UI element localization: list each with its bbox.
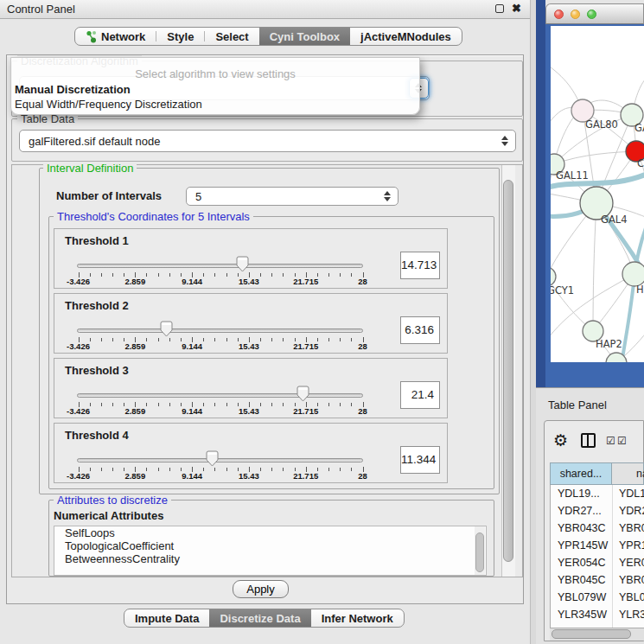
- slider-tick: [271, 338, 272, 341]
- threshold-value-field[interactable]: 21.4: [400, 381, 440, 409]
- table-row[interactable]: YBL079WYBL0: [551, 589, 644, 606]
- columns-icon[interactable]: [581, 433, 596, 448]
- tab-style[interactable]: Style: [156, 28, 204, 45]
- attributes-title: Attributes to discretize: [54, 494, 171, 507]
- tab-label: Select: [215, 30, 248, 43]
- slider-tick: [158, 468, 159, 471]
- close-icon[interactable]: ✖: [512, 3, 521, 14]
- slider-tick: [271, 273, 272, 277]
- tab-select[interactable]: Select: [205, 28, 258, 45]
- table-row[interactable]: YPR145WYPR1: [551, 537, 644, 554]
- threshold-slider-thumb[interactable]: [236, 256, 249, 272]
- tab-infer-network[interactable]: Infer Network: [311, 609, 404, 627]
- slider-tick: [340, 338, 341, 341]
- threshold-slider-track[interactable]: [77, 393, 363, 398]
- table-row[interactable]: YLR345WYLR3: [551, 606, 644, 623]
- slider-tick: [158, 338, 159, 341]
- network-edge-thick[interactable]: [622, 274, 634, 362]
- checkbox-icon[interactable]: ☑: [606, 435, 615, 447]
- slider-tick-label: 28: [346, 341, 380, 351]
- threshold-label: Threshold 1: [65, 234, 129, 247]
- table-row[interactable]: YBR045CYBR0: [551, 571, 644, 589]
- table-data-combobox[interactable]: galFiltered.sif default node: [19, 130, 516, 152]
- table-cell: YPR145W: [558, 537, 608, 554]
- tab-label: Discretize Data: [220, 612, 300, 625]
- network-node[interactable]: [622, 262, 644, 286]
- apply-button[interactable]: Apply: [233, 580, 289, 598]
- numerical-attributes-list[interactable]: SelfLoopsTopologicalCoefficientBetweenne…: [54, 526, 487, 576]
- threshold-slider-track[interactable]: [77, 458, 363, 462]
- threshold-value-field[interactable]: 6.316: [400, 316, 440, 344]
- slider-tick-label: 28: [346, 406, 380, 416]
- table-cell: YBL079W: [558, 589, 606, 606]
- tab-discretize-data[interactable]: Discretize Data: [209, 609, 310, 627]
- tab-network[interactable]: Network: [75, 28, 156, 45]
- threshold-value-field[interactable]: 14.713: [400, 252, 440, 279]
- control-panel-tabs: NetworkStyleSelectCyni ToolboxjActiveMNo…: [74, 27, 462, 46]
- table-cell: YPR1: [619, 537, 644, 554]
- threshold-row: Threshold 3-3.4262.8599.14415.4321.71528…: [54, 358, 448, 418]
- attributes-scrollbar-thumb[interactable]: [475, 532, 484, 572]
- network-node-label: GAL80: [585, 118, 618, 131]
- slider-tick: [340, 403, 341, 406]
- slider-tick: [328, 403, 329, 406]
- table-hscrollbar-thumb[interactable]: [552, 629, 631, 639]
- threshold-slider-thumb[interactable]: [160, 321, 173, 337]
- close-traffic-light[interactable]: [554, 10, 564, 19]
- threshold-slider-thumb[interactable]: [206, 450, 219, 467]
- network-node-label: GAL4: [601, 214, 628, 226]
- threshold-slider-thumb[interactable]: [296, 386, 309, 402]
- tab-cyni-toolbox[interactable]: Cyni Toolbox: [259, 28, 350, 45]
- tab-impute-data[interactable]: Impute Data: [124, 609, 209, 627]
- column-divider: [612, 485, 613, 628]
- slider-tick-label: 15.43: [232, 277, 266, 286]
- column-header-shared[interactable]: shared...: [550, 462, 612, 485]
- table-row[interactable]: YBR043CYBR0: [551, 520, 644, 537]
- attribute-list-item[interactable]: SelfLoops: [54, 526, 486, 539]
- gear-icon[interactable]: ⚙: [553, 430, 568, 450]
- slider-tick: [328, 468, 329, 471]
- checkbox-icon[interactable]: ☑: [617, 435, 627, 447]
- network-edge[interactable]: [593, 203, 596, 331]
- algorithm-placeholder: Select algorithm to view settings: [11, 67, 419, 80]
- threshold-label: Threshold 2: [65, 299, 129, 312]
- table-row[interactable]: YDL19...YDL1: [551, 485, 644, 502]
- network-view-canvas[interactable]: GAL80GACGAL11GAL4GCY1HHAP2: [551, 26, 644, 362]
- slider-tick-label: 21.715: [289, 277, 323, 286]
- table-row[interactable]: YER054CYER0: [551, 554, 644, 571]
- number-of-intervals-combobox[interactable]: 5: [186, 187, 399, 206]
- network-node[interactable]: [551, 267, 556, 286]
- slider-tick: [169, 403, 170, 406]
- zoom-traffic-light[interactable]: [587, 10, 596, 19]
- threshold-row: Threshold 4-3.4262.8599.14415.4321.71528…: [54, 423, 448, 483]
- network-icon: [86, 30, 97, 43]
- node-table[interactable]: YDL19...YDL1YDR27...YDR2YBR043CYBR0YPR14…: [550, 485, 644, 628]
- slider-tick: [340, 273, 341, 277]
- slider-tick-label: 28: [346, 471, 380, 481]
- table-data-value: galFiltered.sif default node: [29, 135, 160, 148]
- slider-tick: [112, 273, 113, 277]
- threshold-slider-track[interactable]: [77, 328, 363, 333]
- table-cell: YDL1: [619, 485, 644, 502]
- attribute-list-item[interactable]: BetweennessCentrality: [54, 552, 486, 565]
- tab-label: Impute Data: [135, 612, 199, 625]
- popup-option-equal-width[interactable]: Equal Width/Frequency Discretization: [14, 98, 418, 112]
- network-window-titlebar[interactable]: [545, 3, 644, 24]
- threshold-row: Threshold 2-3.4262.8599.14415.4321.71528…: [54, 293, 448, 354]
- slider-tick: [226, 273, 227, 277]
- float-window-icon[interactable]: [495, 4, 504, 13]
- tab-jactivemnodules[interactable]: jActiveMNodules: [350, 28, 462, 45]
- table-panel-title: Table Panel: [548, 399, 607, 411]
- threshold-value-field[interactable]: 11.344: [400, 446, 440, 474]
- slider-tick-label: 15.43: [232, 341, 266, 351]
- column-header-name[interactable]: na: [612, 462, 644, 485]
- minimize-traffic-light[interactable]: [571, 10, 580, 19]
- attribute-list-item[interactable]: TopologicalCoefficient: [54, 539, 486, 552]
- threshold-slider-track[interactable]: [77, 264, 363, 268]
- network-node-label: C: [637, 157, 644, 169]
- table-row[interactable]: YDR27...YDR2: [551, 502, 644, 520]
- settings-scrollbar-thumb[interactable]: [503, 180, 513, 562]
- panel-divider[interactable]: [530, 0, 536, 644]
- popup-option-manual[interactable]: Manual Discretization: [14, 83, 418, 97]
- slider-tick-label: -3.426: [61, 406, 96, 416]
